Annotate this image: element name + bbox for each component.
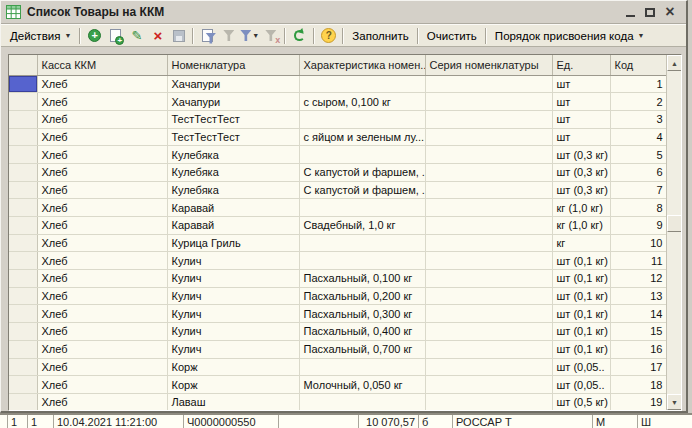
cell-nomenclature[interactable]: Корж	[167, 358, 299, 376]
cell-marker[interactable]	[9, 128, 37, 146]
cell-marker[interactable]	[9, 340, 37, 358]
cell-kassa[interactable]: Хлеб	[37, 287, 167, 305]
filter-by-value-button-disabled[interactable]	[219, 27, 238, 45]
cell-code[interactable]: 5	[610, 146, 667, 164]
edit-button[interactable]: ✎	[127, 27, 146, 45]
table-row[interactable]: Хлеб ТестТестТест с яйцом и зеленым лу..…	[9, 128, 667, 146]
cell-characteristic[interactable]: Пасхальный, 0,400 кг	[299, 323, 425, 341]
filter-history-button[interactable]: ▼	[240, 27, 259, 45]
header-series[interactable]: Серия номенклатуры	[425, 55, 552, 75]
cell-characteristic[interactable]: Пасхальный, 0,100 кг	[299, 270, 425, 288]
cell-series[interactable]	[425, 358, 552, 376]
cell-marker[interactable]	[9, 93, 37, 111]
cell-marker[interactable]	[9, 110, 37, 128]
cell-kassa[interactable]: Хлеб	[37, 234, 167, 252]
cell-kassa[interactable]: Хлеб	[37, 393, 167, 411]
table-row[interactable]: Хлеб Кулич Пасхальный, 0,100 кг шт (0,1 …	[9, 270, 667, 288]
cell-kassa[interactable]: Хлеб	[37, 199, 167, 217]
cell-series[interactable]	[425, 376, 552, 394]
cell-unit[interactable]: шт	[552, 93, 610, 111]
cell-code[interactable]: 18	[610, 376, 667, 394]
cell-code[interactable]: 1	[610, 75, 667, 93]
cell-characteristic[interactable]: с сыром, 0,100 кг	[299, 93, 425, 111]
table-row[interactable]: Хлеб Курица Гриль кг 10	[9, 234, 667, 252]
cell-unit[interactable]: шт (0,1 кг)	[552, 305, 610, 323]
cell-unit[interactable]: шт (0,05..	[552, 376, 610, 394]
cell-unit[interactable]: шт	[552, 128, 610, 146]
cell-nomenclature[interactable]: Кулич	[167, 287, 299, 305]
table-row[interactable]: Хлеб Корж Молочный, 0,050 кг шт (0,05.. …	[9, 376, 667, 394]
cell-code[interactable]: 12	[610, 270, 667, 288]
cell-marker[interactable]	[9, 287, 37, 305]
cell-series[interactable]	[425, 234, 552, 252]
add-copy-button[interactable]: +	[106, 27, 125, 45]
cell-kassa[interactable]: Хлеб	[37, 376, 167, 394]
code-order-menu-button[interactable]: Порядок присвоения кода ▼	[490, 28, 650, 44]
delete-button[interactable]: ×	[148, 27, 167, 45]
cell-characteristic[interactable]	[299, 358, 425, 376]
cell-series[interactable]	[425, 287, 552, 305]
header-code[interactable]: Код	[610, 55, 667, 75]
cell-unit[interactable]: шт (0,5 кг)	[552, 393, 610, 411]
cell-kassa[interactable]: Хлеб	[37, 323, 167, 341]
cell-series[interactable]	[425, 323, 552, 341]
scroll-down-button[interactable]: ▼	[667, 394, 682, 410]
table-row[interactable]: Хлеб Кулич Пасхальный, 0,300 кг шт (0,1 …	[9, 305, 667, 323]
cell-series[interactable]	[425, 393, 552, 411]
cell-marker[interactable]	[9, 217, 37, 235]
cell-series[interactable]	[425, 199, 552, 217]
cell-marker[interactable]	[9, 181, 37, 199]
cell-characteristic[interactable]	[299, 234, 425, 252]
filter-clear-button-disabled[interactable]: x	[261, 27, 280, 45]
cell-nomenclature[interactable]: Кулебяка	[167, 146, 299, 164]
cell-code[interactable]: 7	[610, 181, 667, 199]
cell-code[interactable]: 2	[610, 93, 667, 111]
header-kassa[interactable]: Касса ККМ	[37, 55, 167, 75]
cell-kassa[interactable]: Хлеб	[37, 75, 167, 93]
table-row[interactable]: Хлеб Кулич Пасхальный, 0,700 кг шт (0,1 …	[9, 340, 667, 358]
table-row[interactable]: Хлеб Хачапури шт 1	[9, 75, 667, 93]
cell-kassa[interactable]: Хлеб	[37, 110, 167, 128]
cell-characteristic[interactable]	[299, 110, 425, 128]
table-row[interactable]: Хлеб Кулебяка шт (0,3 кг) 5	[9, 146, 667, 164]
table-row[interactable]: Хлеб Корж шт (0,05.. 17	[9, 358, 667, 376]
cell-nomenclature[interactable]: Кулич	[167, 323, 299, 341]
cell-kassa[interactable]: Хлеб	[37, 146, 167, 164]
cell-series[interactable]	[425, 163, 552, 181]
filter-sort-button[interactable]	[198, 27, 217, 45]
table-row[interactable]: Хлеб Кулич шт (0,1 кг) 11	[9, 252, 667, 270]
cell-series[interactable]	[425, 128, 552, 146]
add-button[interactable]: +	[85, 27, 104, 45]
title-bar[interactable]: Список Товары на ККМ ×	[1, 1, 686, 24]
table-row[interactable]: Хлеб Каравай кг (1,0 кг) 8	[9, 199, 667, 217]
cell-nomenclature[interactable]: Кулебяка	[167, 181, 299, 199]
cell-series[interactable]	[425, 340, 552, 358]
fill-button[interactable]: Заполнить	[347, 28, 413, 44]
cell-characteristic[interactable]: с яйцом и зеленым лу...	[299, 128, 425, 146]
cell-series[interactable]	[425, 305, 552, 323]
cell-characteristic[interactable]	[299, 199, 425, 217]
cell-code[interactable]: 8	[610, 199, 667, 217]
cell-marker[interactable]	[9, 252, 37, 270]
actions-menu-button[interactable]: Действия ▼	[5, 28, 76, 44]
cell-marker[interactable]	[9, 199, 37, 217]
cell-kassa[interactable]: Хлеб	[37, 93, 167, 111]
cell-characteristic[interactable]: Пасхальный, 0,300 кг	[299, 305, 425, 323]
cell-nomenclature[interactable]: Каравай	[167, 217, 299, 235]
cell-kassa[interactable]: Хлеб	[37, 181, 167, 199]
header-unit[interactable]: Ед.	[552, 55, 610, 75]
cell-marker[interactable]	[9, 163, 37, 181]
table-row[interactable]: Хлеб Хачапури с сыром, 0,100 кг шт 2	[9, 93, 667, 111]
cell-unit[interactable]: шт (0,1 кг)	[552, 323, 610, 341]
header-marker[interactable]	[9, 55, 37, 75]
cell-marker[interactable]	[9, 305, 37, 323]
cell-kassa[interactable]: Хлеб	[37, 163, 167, 181]
cell-kassa[interactable]: Хлеб	[37, 270, 167, 288]
cell-unit[interactable]: шт (0,05..	[552, 358, 610, 376]
cell-unit[interactable]: шт (0,3 кг)	[552, 181, 610, 199]
cell-kassa[interactable]: Хлеб	[37, 305, 167, 323]
table-row[interactable]: Хлеб Кулебяка С капустой и фаршем, ... ш…	[9, 163, 667, 181]
table-row[interactable]: Хлеб Каравай Свадебный, 1,0 кг кг (1,0 к…	[9, 217, 667, 235]
cell-marker[interactable]	[9, 270, 37, 288]
cell-kassa[interactable]: Хлеб	[37, 340, 167, 358]
